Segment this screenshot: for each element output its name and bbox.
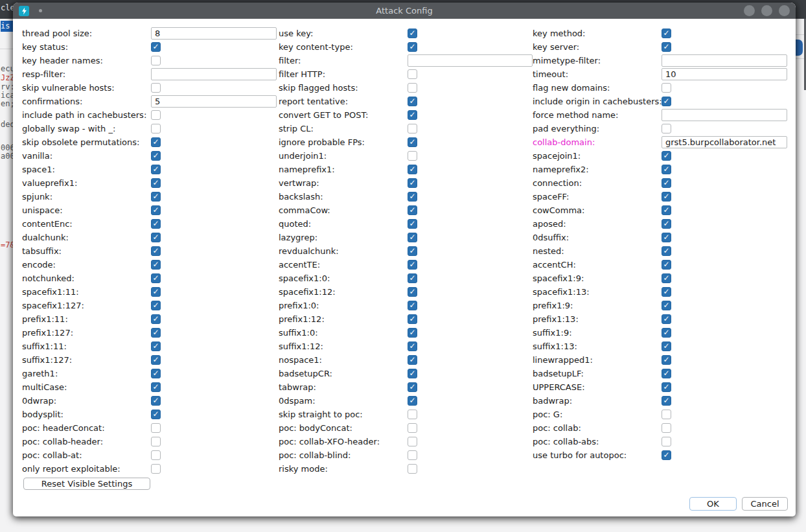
cancel-button[interactable]: Cancel: [742, 497, 788, 511]
reset-visible-settings-button[interactable]: Reset Visible Settings: [23, 478, 150, 490]
checkbox-encode[interactable]: ✓: [151, 260, 161, 270]
input-mimetype-filter[interactable]: [662, 54, 787, 67]
checkbox-suffix1-13[interactable]: ✓: [662, 341, 671, 351]
checkbox-key-header-names[interactable]: [151, 56, 161, 65]
checkbox-underjoin1[interactable]: [408, 151, 417, 161]
checkbox-suffix1-11[interactable]: ✓: [151, 341, 161, 351]
checkbox-revdualchunk[interactable]: ✓: [408, 246, 417, 256]
checkbox-poc-headerconcat[interactable]: [151, 423, 161, 433]
checkbox-suffix1-127[interactable]: ✓: [151, 355, 161, 365]
checkbox-badsetupcr[interactable]: ✓: [408, 369, 417, 378]
checkbox-only-report-exploitable[interactable]: [151, 464, 161, 474]
checkbox-prefix1-11[interactable]: ✓: [151, 314, 161, 324]
dialog-titlebar[interactable]: Attack Config: [13, 3, 796, 19]
checkbox-dualchunk[interactable]: ✓: [151, 233, 161, 242]
checkbox-prefix1-13[interactable]: ✓: [662, 314, 671, 324]
checkbox-gareth1[interactable]: ✓: [151, 369, 161, 378]
checkbox-skip-vulnerable-hosts[interactable]: [151, 83, 161, 93]
checkbox-connection[interactable]: ✓: [662, 178, 671, 188]
checkbox-spjunk[interactable]: ✓: [151, 192, 161, 202]
checkbox-pad-everything[interactable]: [662, 124, 671, 133]
checkbox-poc-collab[interactable]: [662, 423, 671, 433]
input-confirmations[interactable]: [151, 95, 277, 108]
input-filter[interactable]: [408, 54, 533, 67]
checkbox-spaceff[interactable]: ✓: [662, 192, 671, 202]
window-maximize-button[interactable]: [761, 5, 772, 16]
checkbox-badwrap[interactable]: ✓: [662, 396, 671, 406]
checkbox-valueprefix1[interactable]: ✓: [151, 178, 161, 188]
checkbox-spacefix1-11[interactable]: ✓: [151, 287, 161, 297]
checkbox-flag-new-domains[interactable]: [662, 83, 671, 93]
input-force-method-name[interactable]: [662, 109, 787, 121]
checkbox-poc-collab-at[interactable]: [151, 450, 161, 460]
checkbox-tabsuffix[interactable]: ✓: [151, 246, 161, 256]
checkbox-lazygrep[interactable]: ✓: [408, 233, 417, 242]
checkbox-uppercase[interactable]: ✓: [662, 382, 671, 392]
checkbox-spacejoin1[interactable]: ✓: [662, 151, 671, 161]
checkbox-suffix1-12[interactable]: ✓: [408, 341, 417, 351]
checkbox-accentte[interactable]: ✓: [408, 260, 417, 270]
checkbox-suffix1-0[interactable]: ✓: [408, 328, 417, 338]
checkbox-unispace[interactable]: ✓: [151, 205, 161, 215]
checkbox-nameprefix2[interactable]: ✓: [662, 165, 671, 174]
ok-button[interactable]: OK: [689, 497, 737, 511]
checkbox-accentch[interactable]: ✓: [662, 260, 671, 270]
checkbox-multicase[interactable]: ✓: [151, 382, 161, 392]
checkbox-poc-collab-xfo-header[interactable]: [408, 437, 417, 446]
checkbox-skip-obsolete-permutations[interactable]: ✓: [151, 137, 161, 147]
checkbox-risky-mode[interactable]: [408, 464, 417, 474]
checkbox-poc-collab-blind[interactable]: [408, 450, 417, 460]
checkbox-spacefix1-0[interactable]: ✓: [408, 273, 417, 283]
checkbox-backslash[interactable]: ✓: [408, 192, 417, 202]
checkbox-vanilla[interactable]: ✓: [151, 151, 161, 161]
checkbox-vertwrap[interactable]: ✓: [408, 178, 417, 188]
window-close-button[interactable]: [779, 5, 790, 16]
checkbox-spacefix1-13[interactable]: ✓: [662, 287, 671, 297]
checkbox-notchunked[interactable]: ✓: [151, 273, 161, 283]
checkbox-prefix1-0[interactable]: ✓: [408, 301, 417, 310]
checkbox-strip-cl[interactable]: [408, 124, 417, 133]
checkbox-poc-collab-header[interactable]: [151, 437, 161, 446]
checkbox-bodysplit[interactable]: ✓: [151, 410, 161, 419]
checkbox-key-method[interactable]: ✓: [662, 29, 671, 38]
checkbox-key-server[interactable]: ✓: [662, 42, 671, 52]
checkbox-aposed[interactable]: ✓: [662, 219, 671, 229]
checkbox-poc-collab-abs[interactable]: [662, 437, 671, 446]
checkbox-ignore-probable-fps[interactable]: ✓: [408, 137, 417, 147]
checkbox-globally-swap-with[interactable]: [151, 124, 161, 133]
checkbox-skip-straight-to-poc[interactable]: [408, 410, 417, 419]
checkbox-key-status[interactable]: ✓: [151, 42, 161, 52]
checkbox-include-path-in-cachebusters[interactable]: [151, 110, 161, 120]
checkbox-nameprefix1[interactable]: ✓: [408, 165, 417, 174]
checkbox-use-key[interactable]: ✓: [408, 29, 417, 38]
checkbox-0dwrap[interactable]: ✓: [151, 396, 161, 406]
checkbox-nested[interactable]: ✓: [662, 246, 671, 256]
checkbox-commacow[interactable]: ✓: [408, 205, 417, 215]
checkbox-badsetuplf[interactable]: ✓: [662, 369, 671, 378]
checkbox-report-tentative[interactable]: ✓: [408, 97, 417, 106]
checkbox-prefix1-127[interactable]: ✓: [151, 328, 161, 338]
checkbox-contentenc[interactable]: ✓: [151, 219, 161, 229]
checkbox-poc-g[interactable]: [662, 410, 671, 419]
checkbox-quoted[interactable]: ✓: [408, 219, 417, 229]
checkbox-prefix1-9[interactable]: ✓: [662, 301, 671, 310]
checkbox-suffix1-9[interactable]: ✓: [662, 328, 671, 338]
window-minimize-button[interactable]: [744, 5, 755, 16]
checkbox-include-origin-in-cachebusters[interactable]: ✓: [662, 97, 671, 106]
checkbox-0dsuffix[interactable]: ✓: [662, 233, 671, 242]
checkbox-nospace1[interactable]: ✓: [408, 355, 417, 365]
checkbox-0dspam[interactable]: ✓: [408, 396, 417, 406]
checkbox-filter-http[interactable]: [408, 69, 417, 79]
checkbox-convert-get-to-post[interactable]: ✓: [408, 110, 417, 120]
input-resp-filter[interactable]: [151, 68, 277, 80]
input-timeout[interactable]: [662, 68, 787, 80]
checkbox-poc-bodyconcat[interactable]: [408, 423, 417, 433]
checkbox-spacefix1-12[interactable]: ✓: [408, 287, 417, 297]
checkbox-skip-flagged-hosts[interactable]: [408, 83, 417, 93]
checkbox-space1[interactable]: ✓: [151, 165, 161, 174]
checkbox-spacefix1-9[interactable]: ✓: [662, 273, 671, 283]
checkbox-prefix1-12[interactable]: ✓: [408, 314, 417, 324]
checkbox-use-turbo-for-autopoc[interactable]: ✓: [662, 450, 671, 460]
checkbox-key-content-type[interactable]: ✓: [408, 42, 417, 52]
checkbox-tabwrap[interactable]: ✓: [408, 382, 417, 392]
